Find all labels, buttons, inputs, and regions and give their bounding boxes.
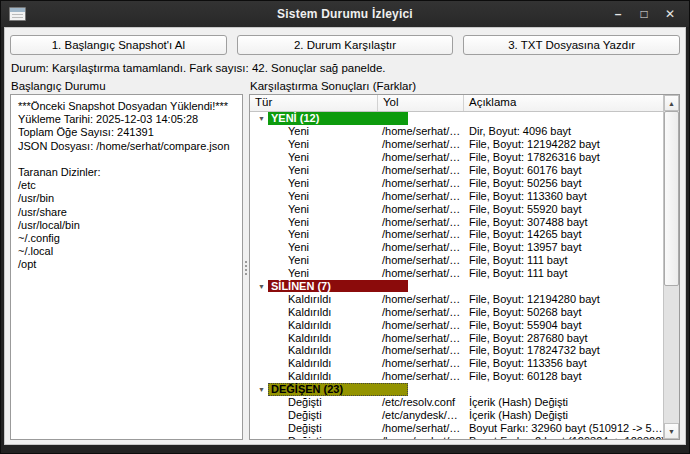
tree-row[interactable]: Kaldırıldı/home/serhat/…File, Boyut: 559… (250, 318, 663, 331)
cell-yol: /home/serhat/… (378, 164, 464, 176)
column-header-tur[interactable]: Tür (250, 95, 378, 111)
tree-row[interactable]: Değişti/etc/anydesk/…İçerik (Hash) Değiş… (250, 408, 663, 421)
tree-row[interactable]: Değişti/etc/resolv.confİçerik (Hash) Değ… (250, 396, 663, 409)
tree-row[interactable]: Kaldırıldı/home/serhat/…File, Boyut: 287… (250, 331, 663, 344)
scrollbar-thumb[interactable] (664, 111, 679, 286)
tree-row[interactable]: Yeni/home/serhat/…File, Boyut: 307488 ba… (250, 215, 663, 228)
group-label: DEĞİŞEN (23) (268, 383, 408, 396)
cell-yol: /home/serhat/… (378, 203, 464, 215)
expander-icon[interactable]: ▼ (255, 115, 268, 122)
cell-tur: Yeni (250, 177, 378, 189)
expander-icon[interactable]: ▼ (255, 386, 268, 393)
cell-aciklama: File, Boyut: 50256 bayt (464, 177, 663, 189)
cell-tur: Yeni (250, 164, 378, 176)
cell-yol: /home/serhat/… (378, 151, 464, 163)
cell-yol: /home/serhat/… (378, 241, 464, 253)
cell-aciklama: File, Boyut: 113360 bayt (464, 190, 663, 202)
cell-tur: Yeni (250, 254, 378, 266)
cell-aciklama: Boyut Farkı: 32960 bayt (510912 -> 5… (464, 422, 663, 434)
cell-tur: Kaldırıldı (250, 306, 378, 318)
cell-tur: Kaldırıldı (250, 357, 378, 369)
tree-row[interactable]: Değişti/home/serhat/…Boyut Farkı: 32960 … (250, 421, 663, 434)
tree-row[interactable]: Kaldırıldı/home/serhat/…File, Boyut: 601… (250, 370, 663, 383)
cell-tur: Değişti (250, 409, 378, 421)
tree-row[interactable]: Kaldırıldı/home/serhat/…File, Boyut: 178… (250, 344, 663, 357)
expander-icon[interactable]: ▼ (255, 283, 268, 290)
cell-aciklama: İçerik (Hash) Değişti (464, 396, 663, 408)
cell-yol: /home/serhat/… (378, 306, 464, 318)
cell-yol: /home/serhat/… (378, 254, 464, 266)
export-txt-button[interactable]: 3. TXT Dosyasına Yazdır (463, 35, 680, 55)
tree-row[interactable]: Yeni/home/serhat/…File, Boyut: 113360 ba… (250, 189, 663, 202)
cell-aciklama: File, Boyut: 60128 bayt (464, 370, 663, 382)
tree-row[interactable]: Yeni/home/serhat/…Dir, Boyut: 4096 bayt (250, 125, 663, 138)
cell-yol: /home/serhat/… (378, 370, 464, 382)
cell-yol: /home/serhat/… (378, 267, 464, 279)
window-controls: – □ ✕ (607, 4, 681, 24)
tree-row[interactable]: Yeni/home/serhat/…File, Boyut: 111 bayt (250, 267, 663, 280)
cell-yol: /home/serhat/… (378, 138, 464, 150)
cell-aciklama: File, Boyut: 12194280 bayt (464, 293, 663, 305)
cell-yol: /home/serhat/… (378, 293, 464, 305)
cell-tur: Değişti (250, 396, 378, 408)
tree-row[interactable]: Kaldırıldı/home/serhat/…File, Boyut: 502… (250, 305, 663, 318)
compare-status-button[interactable]: 2. Durum Karşılaştır (237, 35, 454, 55)
client-area: 1. Başlangıç Snapshot'ı Al 2. Durum Karş… (4, 27, 686, 445)
tree-row[interactable]: Kaldırıldı/home/serhat/…File, Boyut: 113… (250, 357, 663, 370)
tree-row[interactable]: Yeni/home/serhat/…File, Boyut: 50256 bay… (250, 176, 663, 189)
toolbar: 1. Başlangıç Snapshot'ı Al 2. Durum Karş… (5, 28, 685, 59)
tree-row[interactable]: Yeni/home/serhat/…File, Boyut: 55920 bay… (250, 202, 663, 215)
window-frame-bottom (1, 445, 689, 453)
cell-tur: Yeni (250, 203, 378, 215)
column-header-aciklama[interactable]: Açıklama (464, 95, 663, 111)
cell-yol: /home/serhat/… (378, 177, 464, 189)
cell-aciklama: File, Boyut: 55920 bayt (464, 203, 663, 215)
cell-aciklama: File, Boyut: 287680 bayt (464, 332, 663, 344)
scroll-up-icon[interactable]: ▲ (664, 95, 679, 111)
minimize-button[interactable]: – (607, 4, 629, 24)
cell-tur: Kaldırıldı (250, 344, 378, 356)
titlebar[interactable]: Sistem Durumu İzleyici – □ ✕ (1, 1, 689, 27)
tree-content: Tür Yol Açıklama ▼YENİ (12)Yeni/home/ser… (250, 95, 663, 439)
cell-yol: /home/serhat/… (378, 332, 464, 344)
cell-tur: Değişti (250, 422, 378, 434)
take-snapshot-button[interactable]: 1. Başlangıç Snapshot'ı Al (10, 35, 227, 55)
right-panel-title: Karşılaştırma Sonuçları (Farklar) (250, 80, 416, 92)
cell-yol: /home/serhat/… (378, 319, 464, 331)
close-button[interactable]: ✕ (659, 4, 681, 24)
tree-row[interactable]: Değişti/home/serhat/…Boyut Farkı: -2 bay… (250, 434, 663, 439)
maximize-button[interactable]: □ (633, 4, 655, 24)
group-label: SİLİNEN (7) (268, 280, 408, 293)
cell-tur: Yeni (250, 138, 378, 150)
vertical-scrollbar[interactable]: ▲ ▼ (663, 95, 679, 439)
scroll-down-icon[interactable]: ▼ (664, 423, 679, 439)
cell-yol: /etc/anydesk/… (378, 409, 464, 421)
cell-yol: /etc/resolv.conf (378, 396, 464, 408)
tree-row[interactable]: Kaldırıldı/home/serhat/…File, Boyut: 121… (250, 292, 663, 305)
tree-row[interactable]: Yeni/home/serhat/…File, Boyut: 12194282 … (250, 138, 663, 151)
window-title: Sistem Durumu İzleyici (1, 7, 689, 21)
panel-headers: Başlangıç Durumu Karşılaştırma Sonuçları… (5, 76, 685, 94)
cell-yol: /home/serhat/… (378, 357, 464, 369)
tree-row[interactable]: Yeni/home/serhat/…File, Boyut: 17826316 … (250, 151, 663, 164)
snapshot-info-textarea[interactable]: ***Önceki Snapshot Dosyadan Yüklendi!***… (10, 94, 243, 440)
group-label: YENİ (12) (268, 112, 408, 125)
cell-tur: Yeni (250, 228, 378, 240)
panels: ***Önceki Snapshot Dosyadan Yüklendi!***… (5, 94, 685, 444)
comparison-tree: Tür Yol Açıklama ▼YENİ (12)Yeni/home/ser… (249, 94, 680, 440)
cell-yol: /home/serhat/… (378, 228, 464, 240)
tree-group-row[interactable]: ▼YENİ (12) (250, 112, 663, 125)
left-panel-title: Başlangıç Durumu (11, 80, 244, 92)
tree-row[interactable]: Yeni/home/serhat/…File, Boyut: 14265 bay… (250, 228, 663, 241)
scrollbar-track[interactable] (664, 111, 679, 423)
tree-group-row[interactable]: ▼DEĞİŞEN (23) (250, 383, 663, 396)
column-header-yol[interactable]: Yol (378, 95, 464, 111)
cell-yol: /home/serhat/… (378, 344, 464, 356)
cell-aciklama: File, Boyut: 60176 bayt (464, 164, 663, 176)
tree-row[interactable]: Yeni/home/serhat/…File, Boyut: 13957 bay… (250, 241, 663, 254)
tree-row[interactable]: Yeni/home/serhat/…File, Boyut: 111 bayt (250, 254, 663, 267)
cell-aciklama: File, Boyut: 50268 bayt (464, 306, 663, 318)
tree-row[interactable]: Yeni/home/serhat/…File, Boyut: 60176 bay… (250, 164, 663, 177)
tree-group-row[interactable]: ▼SİLİNEN (7) (250, 280, 663, 293)
panel-splitter[interactable] (243, 94, 249, 440)
